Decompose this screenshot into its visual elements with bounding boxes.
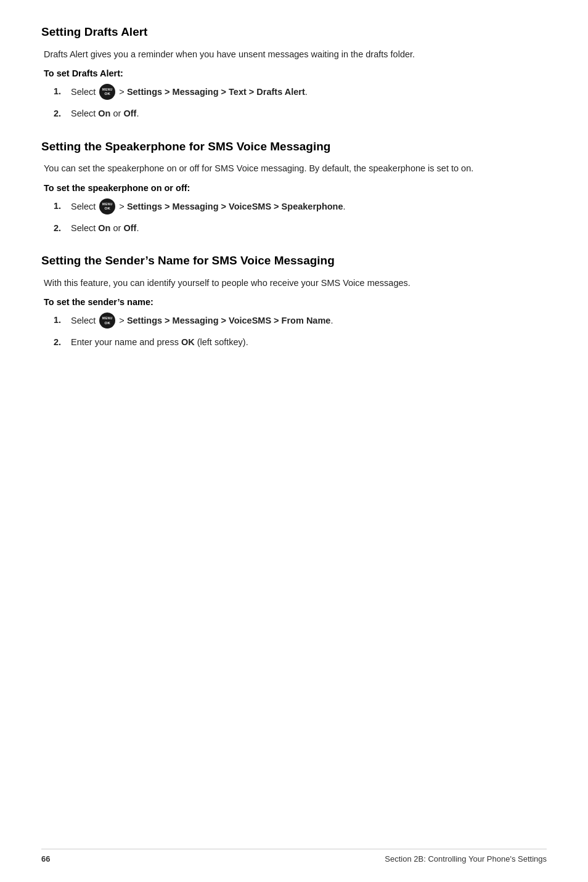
list-item: 1.Select MENU OK > Settings > Messaging … (54, 84, 547, 100)
menu-icon-text-top: MENU (102, 203, 113, 206)
step-number: 2. (54, 335, 65, 349)
step-number: 1. (54, 84, 65, 98)
menu-icon-inner: MENU OK (102, 203, 113, 211)
page-footer: 66 Section 2B: Controlling Your Phone's … (41, 849, 547, 864)
step-bold-text: Settings > Messaging > VoiceSMS > Speake… (127, 202, 343, 211)
step-bold-text: Settings > Messaging > VoiceSMS > From N… (127, 316, 331, 325)
step-number: 2. (54, 107, 65, 120)
step-content: Enter your name and press OK (left softk… (71, 335, 547, 349)
list-item: 2.Select On or Off. (54, 221, 547, 235)
section-title: Setting the Speakerphone for SMS Voice M… (41, 139, 547, 155)
step-content: Select MENU OK > Settings > Messaging > … (71, 84, 547, 100)
list-item: 1.Select MENU OK > Settings > Messaging … (54, 199, 547, 215)
step-bold-text: On (98, 223, 110, 233)
subsection-label: To set the sender’s name: (41, 297, 547, 307)
step-number: 1. (54, 199, 65, 213)
section-drafts-alert: Setting Drafts AlertDrafts Alert gives y… (41, 25, 547, 121)
section-title: Setting Drafts Alert (41, 25, 547, 40)
step-content: Select On or Off. (71, 107, 547, 120)
subsection-label: To set Drafts Alert: (41, 68, 547, 78)
steps-list: 1.Select MENU OK > Settings > Messaging … (41, 84, 547, 120)
menu-icon-text-bottom: OK (105, 92, 111, 96)
step-bold-text: OK (181, 337, 195, 347)
list-item: 2.Enter your name and press OK (left sof… (54, 335, 547, 349)
step-number: 1. (54, 313, 65, 327)
menu-icon-text-top: MENU (102, 317, 113, 320)
footer-page-number: 66 (41, 854, 50, 864)
section-description: You can set the speakerphone on or off f… (41, 161, 547, 175)
menu-icon-inner: MENU OK (102, 317, 113, 325)
list-item: 1.Select MENU OK > Settings > Messaging … (54, 313, 547, 329)
list-item: 2.Select On or Off. (54, 107, 547, 120)
step-bold-text: Off (123, 223, 136, 233)
step-content: Select On or Off. (71, 221, 547, 235)
section-title: Setting the Sender’s Name for SMS Voice … (41, 253, 547, 269)
section-sender-name: Setting the Sender’s Name for SMS Voice … (41, 253, 547, 349)
menu-icon-text-top: MENU (102, 88, 113, 91)
step-number: 2. (54, 221, 65, 235)
page-content: Setting Drafts AlertDrafts Alert gives y… (41, 25, 547, 349)
menu-ok-icon: MENU OK (99, 84, 115, 100)
menu-icon-inner: MENU OK (102, 88, 113, 96)
subsection-label: To set the speakerphone on or off: (41, 183, 547, 193)
menu-icon-text-bottom: OK (105, 206, 111, 210)
section-description: With this feature, you can identify your… (41, 276, 547, 290)
menu-ok-icon: MENU OK (99, 312, 115, 329)
step-bold-text: Settings > Messaging > Text > Drafts Ale… (127, 87, 305, 97)
step-content: Select MENU OK > Settings > Messaging > … (71, 313, 547, 329)
section-speakerphone: Setting the Speakerphone for SMS Voice M… (41, 139, 547, 235)
steps-list: 1.Select MENU OK > Settings > Messaging … (41, 199, 547, 235)
step-bold-text: Off (123, 108, 136, 118)
step-bold-text: On (98, 108, 110, 118)
step-content: Select MENU OK > Settings > Messaging > … (71, 199, 547, 215)
menu-icon-text-bottom: OK (105, 321, 111, 325)
menu-ok-icon: MENU OK (99, 198, 115, 214)
section-description: Drafts Alert gives you a reminder when y… (41, 47, 547, 61)
steps-list: 1.Select MENU OK > Settings > Messaging … (41, 313, 547, 349)
footer-section-label: Section 2B: Controlling Your Phone's Set… (385, 854, 547, 864)
